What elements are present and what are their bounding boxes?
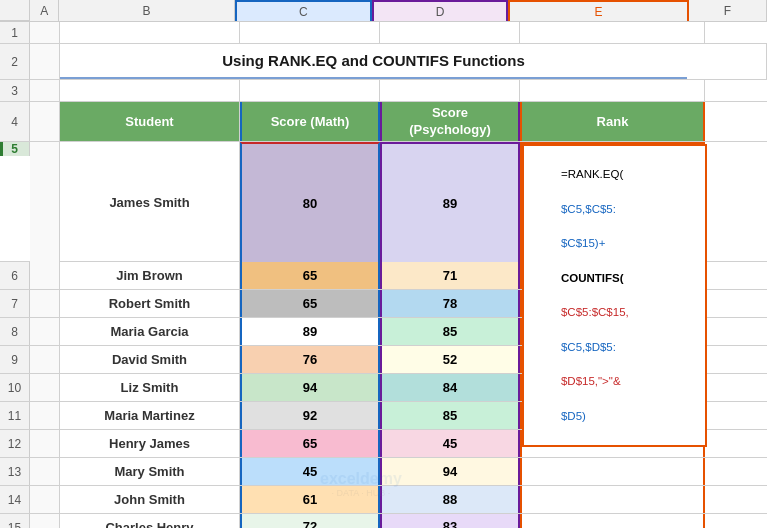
- header-rank[interactable]: Rank: [520, 102, 705, 141]
- cell-c14[interactable]: 61: [240, 486, 380, 513]
- cell-c12[interactable]: 65: [240, 430, 380, 457]
- cell-c3[interactable]: [240, 80, 380, 101]
- header-student[interactable]: Student: [60, 102, 240, 141]
- cell-e7[interactable]: [520, 290, 705, 317]
- cell-b6[interactable]: Jim Brown: [60, 262, 240, 289]
- cell-f4[interactable]: [705, 102, 767, 141]
- col-header-f[interactable]: F: [689, 0, 767, 21]
- cell-a2[interactable]: [30, 44, 60, 79]
- row-num-13: 13: [0, 458, 30, 485]
- col-header-d[interactable]: D: [372, 0, 509, 21]
- header-psych[interactable]: Score(Psychology): [380, 102, 520, 141]
- cell-e1[interactable]: [520, 22, 705, 43]
- cell-a9[interactable]: [30, 346, 60, 373]
- cell-e10[interactable]: [520, 374, 705, 401]
- cell-c1[interactable]: [240, 22, 380, 43]
- cell-f8[interactable]: [705, 318, 767, 345]
- cell-c15[interactable]: 72: [240, 514, 380, 528]
- cell-c11[interactable]: 92: [240, 402, 380, 429]
- cell-e14[interactable]: [520, 486, 705, 513]
- cell-a12[interactable]: [30, 430, 60, 457]
- cell-a3[interactable]: [30, 80, 60, 101]
- cell-d1[interactable]: [380, 22, 520, 43]
- cell-b1[interactable]: [60, 22, 240, 43]
- cell-c5[interactable]: 80: [240, 142, 380, 262]
- cell-f7[interactable]: [705, 290, 767, 317]
- cell-d15[interactable]: 83: [380, 514, 520, 528]
- cell-d8[interactable]: 85: [380, 318, 520, 345]
- cell-e9[interactable]: [520, 346, 705, 373]
- cell-a13[interactable]: [30, 458, 60, 485]
- cell-a4[interactable]: [30, 102, 60, 141]
- cell-e13[interactable]: [520, 458, 705, 485]
- cell-a8[interactable]: [30, 318, 60, 345]
- cell-c6[interactable]: 65: [240, 262, 380, 289]
- cell-d9[interactable]: 52: [380, 346, 520, 373]
- cell-a14[interactable]: [30, 486, 60, 513]
- row-num-3: 3: [0, 80, 30, 101]
- cell-d6[interactable]: 71: [380, 262, 520, 289]
- cell-a7[interactable]: [30, 290, 60, 317]
- row-num-8: 8: [0, 318, 30, 345]
- cell-c8[interactable]: 89: [240, 318, 380, 345]
- cell-b14[interactable]: John Smith: [60, 486, 240, 513]
- cell-a5[interactable]: [30, 142, 60, 262]
- cell-f12[interactable]: [705, 430, 767, 457]
- cell-c10[interactable]: 94: [240, 374, 380, 401]
- cell-e12[interactable]: [520, 430, 705, 457]
- cell-f11[interactable]: [705, 402, 767, 429]
- cell-e5[interactable]: =RANK.EQ( $C5,$C$5: $C$15)+ COUNTIFS( $C…: [520, 142, 705, 262]
- cell-b11[interactable]: Maria Martinez: [60, 402, 240, 429]
- row-num-15: 15: [0, 514, 30, 528]
- cell-f15[interactable]: [705, 514, 767, 528]
- cell-d11[interactable]: 85: [380, 402, 520, 429]
- cell-a6[interactable]: [30, 262, 60, 289]
- cell-d12[interactable]: 45: [380, 430, 520, 457]
- cell-d10[interactable]: 84: [380, 374, 520, 401]
- cell-b13[interactable]: Mary Smith: [60, 458, 240, 485]
- cell-d7[interactable]: 78: [380, 290, 520, 317]
- cell-b3[interactable]: [60, 80, 240, 101]
- cell-c7[interactable]: 65: [240, 290, 380, 317]
- cell-a10[interactable]: [30, 374, 60, 401]
- cell-f13[interactable]: [705, 458, 767, 485]
- cell-b10[interactable]: Liz Smith: [60, 374, 240, 401]
- cell-f6[interactable]: [705, 262, 767, 289]
- cell-e11[interactable]: [520, 402, 705, 429]
- cell-f14[interactable]: [705, 486, 767, 513]
- cell-b15[interactable]: Charles Henry: [60, 514, 240, 528]
- cell-c9[interactable]: 76: [240, 346, 380, 373]
- col-header-a[interactable]: A: [30, 0, 59, 21]
- cell-b12[interactable]: Henry James: [60, 430, 240, 457]
- row-12: 12 Henry James 65 45: [0, 430, 767, 458]
- cell-b9[interactable]: David Smith: [60, 346, 240, 373]
- cell-b7[interactable]: Robert Smith: [60, 290, 240, 317]
- cell-b8[interactable]: Maria Garcia: [60, 318, 240, 345]
- cell-d3[interactable]: [380, 80, 520, 101]
- cell-e8[interactable]: [520, 318, 705, 345]
- cell-e6[interactable]: [520, 262, 705, 289]
- cell-a11[interactable]: [30, 402, 60, 429]
- col-header-b[interactable]: B: [59, 0, 235, 21]
- header-math[interactable]: Score (Math): [240, 102, 380, 141]
- row-3: 3: [0, 80, 767, 102]
- col-header-c[interactable]: C: [235, 0, 372, 21]
- cell-f3[interactable]: [705, 80, 767, 101]
- cell-b5[interactable]: James Smith: [60, 142, 240, 262]
- cell-f10[interactable]: [705, 374, 767, 401]
- cell-e15[interactable]: [520, 514, 705, 528]
- cell-a1[interactable]: [30, 22, 60, 43]
- row-11: 11 Maria Martinez 92 85: [0, 402, 767, 430]
- cell-d14[interactable]: 88: [380, 486, 520, 513]
- cell-f9[interactable]: [705, 346, 767, 373]
- cell-f1[interactable]: [705, 22, 767, 43]
- col-header-e[interactable]: E: [508, 0, 689, 21]
- cell-f5[interactable]: [705, 142, 767, 262]
- cell-c13[interactable]: 45: [240, 458, 380, 485]
- cell-d5[interactable]: 89: [380, 142, 520, 262]
- cell-a15[interactable]: [30, 514, 60, 528]
- row-8: 8 Maria Garcia 89 85: [0, 318, 767, 346]
- cell-f2[interactable]: [687, 44, 767, 79]
- cell-d13[interactable]: 94: [380, 458, 520, 485]
- cell-e3[interactable]: [520, 80, 705, 101]
